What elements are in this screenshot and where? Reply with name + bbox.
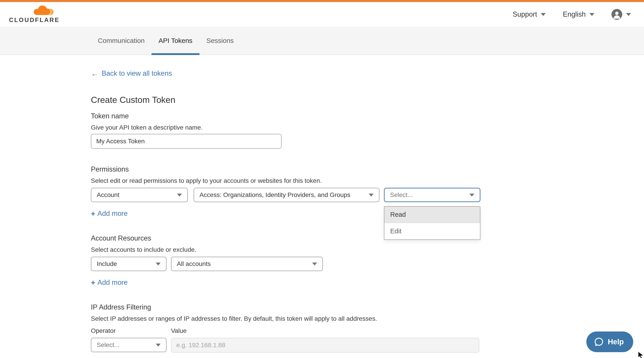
help-button[interactable]: Help: [586, 331, 633, 352]
cloudflare-cloud-icon: [31, 5, 54, 16]
permissions-add-more-link[interactable]: + Add more: [91, 210, 128, 218]
ip-operator-placeholder: Select...: [97, 341, 120, 348]
account-resources-heading: Account Resources: [91, 234, 644, 242]
ip-operator-select[interactable]: Select...: [91, 338, 166, 352]
chevron-down-icon: [541, 13, 546, 16]
permission-group-value: Access: Organizations, Identity Provider…: [200, 191, 350, 199]
tab-sessions[interactable]: Sessions: [200, 27, 241, 55]
page-title: Create Custom Token: [91, 95, 644, 105]
account-mode-value: Include: [97, 260, 117, 267]
permission-access-menu: Read Edit: [384, 206, 480, 240]
chevron-down-icon: [156, 262, 161, 265]
chevron-down-icon: [590, 13, 594, 16]
ip-filtering-description: Select IP addresses or ranges of IP addr…: [91, 315, 644, 322]
chevron-down-icon: [369, 194, 374, 197]
main-content: ← Back to view all tokens Create Custom …: [0, 55, 644, 352]
token-name-description: Give your API token a descriptive name.: [91, 124, 644, 131]
mouse-cursor: [638, 351, 644, 358]
account-resources-add-more-label: Add more: [98, 278, 128, 287]
permissions-heading: Permissions: [91, 165, 644, 173]
ip-filtering-labels: Operator Value: [91, 327, 644, 334]
token-name-heading: Token name: [91, 112, 644, 120]
permissions-section: Permissions Select edit or read permissi…: [91, 165, 644, 218]
account-resources-description: Select accounts to include or exclude.: [91, 246, 644, 253]
cloudflare-wordmark: CLOUDFLARE: [9, 17, 56, 24]
brand-accent-bar: [0, 0, 644, 2]
chevron-down-icon: [312, 262, 317, 265]
account-scope-select[interactable]: All accounts: [171, 257, 323, 271]
chevron-down-icon: [156, 344, 161, 346]
token-name-input[interactable]: [91, 134, 282, 149]
chat-bubble-icon: [594, 337, 604, 347]
account-resources-row: Include All accounts: [91, 257, 644, 271]
permissions-description: Select edit or read permissions to apply…: [91, 177, 644, 184]
account-resources-add-more-link[interactable]: + Add more: [91, 278, 128, 287]
chevron-down-icon: [470, 194, 474, 197]
help-button-label: Help: [608, 337, 624, 346]
menu-option-edit[interactable]: Edit: [384, 223, 480, 239]
cloudflare-logo[interactable]: CLOUDFLARE: [9, 5, 56, 24]
permission-access-select[interactable]: Select...: [384, 188, 480, 202]
account-mode-select[interactable]: Include: [91, 257, 166, 271]
chevron-down-icon: [177, 194, 182, 197]
menu-option-read[interactable]: Read: [384, 207, 480, 223]
ip-filtering-row: Select...: [91, 338, 644, 352]
permission-access-dropdown: Select... Read Edit: [384, 188, 480, 202]
permissions-row: Account Access: Organizations, Identity …: [91, 188, 644, 202]
language-menu[interactable]: English: [563, 10, 594, 19]
chevron-down-icon: [626, 13, 631, 16]
token-name-section: Token name Give your API token a descrip…: [91, 112, 644, 149]
header-right: Support English: [513, 9, 631, 20]
account-scope-value: All accounts: [177, 260, 211, 267]
permission-group-select[interactable]: Access: Organizations, Identity Provider…: [194, 188, 380, 202]
tab-api-tokens[interactable]: API Tokens: [152, 27, 199, 55]
permission-scope-select[interactable]: Account: [91, 188, 188, 202]
value-label: Value: [171, 327, 187, 334]
ip-filtering-section: IP Address Filtering Select IP addresses…: [91, 303, 644, 352]
permissions-add-more-label: Add more: [98, 210, 128, 218]
support-menu[interactable]: Support: [513, 10, 546, 19]
header: CLOUDFLARE Support English: [0, 2, 644, 27]
ip-value-input[interactable]: [171, 338, 479, 352]
plus-icon: +: [91, 210, 95, 217]
back-arrow-icon: ←: [91, 70, 98, 77]
operator-label: Operator: [91, 327, 171, 334]
back-link[interactable]: ← Back to view all tokens: [91, 69, 172, 78]
permission-access-placeholder: Select...: [390, 191, 413, 199]
account-menu[interactable]: [612, 9, 631, 20]
ip-filtering-heading: IP Address Filtering: [91, 303, 644, 311]
back-link-label: Back to view all tokens: [102, 69, 172, 78]
permission-scope-value: Account: [97, 191, 120, 199]
profile-tabbar: Communication API Tokens Sessions: [0, 27, 644, 55]
plus-icon: +: [91, 279, 95, 286]
account-resources-section: Account Resources Select accounts to inc…: [91, 234, 644, 287]
language-menu-label: English: [563, 10, 586, 19]
tab-communication[interactable]: Communication: [91, 27, 152, 55]
support-menu-label: Support: [513, 10, 537, 19]
user-avatar-icon: [612, 9, 622, 20]
